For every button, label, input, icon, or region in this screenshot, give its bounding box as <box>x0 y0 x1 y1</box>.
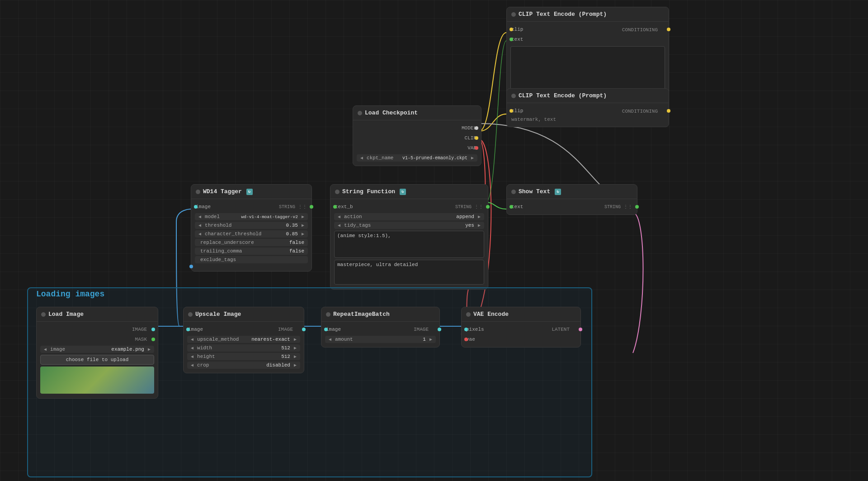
port-row-vae-pixels: pixels LATENT <box>462 324 580 334</box>
char-threshold-value: 0.85 <box>286 231 300 237</box>
strfn-tidytags-control[interactable]: ◀ tidy_tags yes ▶ <box>334 222 484 229</box>
node-title-strfn: String Function <box>342 188 395 195</box>
showtext-icon: ↻ <box>555 189 561 195</box>
node-title-vae: VAE Encode <box>473 311 509 318</box>
port-label-upscale-image: image <box>188 327 203 332</box>
height-label: height <box>195 354 281 359</box>
port-dot-vae-vae-in <box>464 338 468 341</box>
port-row-vae-out: VAE <box>353 143 481 153</box>
upscale-method-right[interactable]: ▶ <box>292 337 298 342</box>
upscale-crop-control[interactable]: ◀ crop disabled ▶ <box>187 362 300 369</box>
port-row-wd14-image: image STRING ⋮⋮ <box>191 202 311 212</box>
wd14-model-control[interactable]: ◀ model wd-v1-4-moat-tagger-v2 ▶ <box>195 213 308 220</box>
port-label-strfn-textb: text_b <box>335 204 353 210</box>
wd14-trailing-comma-control[interactable]: trailing_comma false <box>195 248 308 255</box>
wd14-threshold-control[interactable]: ◀ threshold 0.35 ▶ <box>195 222 308 229</box>
loadimage-file-control[interactable]: ◀ image example.png ▶ <box>40 346 154 353</box>
wd14-bottom-port <box>191 265 311 268</box>
action-arrow-right[interactable]: ▶ <box>476 214 482 219</box>
repeat-image-batch-node: RepeatImageBatch image IMAGE ◀ amount 1 … <box>321 307 440 348</box>
node-status-dot <box>511 12 516 17</box>
width-label: width <box>195 345 281 351</box>
node-status-dot2 <box>511 94 516 98</box>
group-label: Loading images <box>33 288 108 300</box>
ckpt-arrow-right[interactable]: ▶ <box>469 155 476 161</box>
port-label-vae-pixels: pixels <box>466 327 484 332</box>
choose-file-button[interactable]: choose file to upload <box>40 355 154 365</box>
tidytags-label: tidy_tags <box>342 223 465 228</box>
port-dot-upscale-image-in <box>186 328 190 331</box>
port-dot-wd14-image <box>194 205 198 209</box>
port-dot-wd14-bottom <box>189 265 193 268</box>
repeat-image-out-label: IMAGE <box>414 327 435 332</box>
wd14-exclude-tags-control[interactable]: exclude_tags <box>195 256 308 263</box>
vae-latent-out-label: LATENT <box>552 327 576 332</box>
amount-arrow-right[interactable]: ▶ <box>428 337 434 342</box>
node-title-showtext: Show Text <box>519 188 550 195</box>
strfn-action-control[interactable]: ◀ action append ▶ <box>334 213 484 220</box>
width-arrow-right[interactable]: ▶ <box>292 345 298 351</box>
width-arrow-left[interactable]: ◀ <box>189 345 195 351</box>
port-dot-strfn-textb <box>333 205 337 209</box>
action-arrow-left[interactable]: ◀ <box>336 214 342 219</box>
tidytags-arrow-left[interactable]: ◀ <box>336 223 342 228</box>
node-body-showtext: text STRING ⋮⋮ <box>507 199 637 214</box>
port-label-wd14-image: image <box>196 204 211 210</box>
width-value: 512 <box>281 345 292 351</box>
model-arrow-right[interactable]: ▶ <box>300 214 306 219</box>
port-dot-vae-latent-out <box>579 328 582 331</box>
tidytags-arrow-right[interactable]: ▶ <box>476 223 482 228</box>
wd14-replace-underscore-control[interactable]: replace_underscore false <box>195 239 308 246</box>
crop-arrow-right[interactable]: ▶ <box>292 362 298 368</box>
char-threshold-arrow-right[interactable]: ▶ <box>300 231 306 237</box>
height-arrow-left[interactable]: ◀ <box>189 354 195 359</box>
upscale-method-control[interactable]: ◀ upscale_method nearest-exact ▶ <box>187 336 300 343</box>
model-arrow-left[interactable]: ◀ <box>197 214 203 219</box>
vae-encode-node: VAE Encode pixels LATENT vae <box>461 307 581 348</box>
threshold-arrow-left[interactable]: ◀ <box>197 223 203 228</box>
node-header-upscale: Upscale Image <box>184 307 304 322</box>
string-function-node: String Function ↻ text_b STRING ⋮⋮ ◀ act… <box>330 184 488 290</box>
crop-arrow-left[interactable]: ◀ <box>189 362 195 368</box>
strfn-text2: masterpiece, ultra detailed <box>337 262 418 267</box>
port-dot-conditioning-out2 <box>667 109 670 113</box>
upscale-image-out-label: IMAGE <box>278 327 299 332</box>
node-header-clip1: CLIP Text Encode (Prompt) <box>507 7 669 22</box>
wd14-char-threshold-control[interactable]: ◀ character_threshold 0.85 ▶ <box>195 230 308 238</box>
image-arrow-right[interactable]: ▶ <box>146 347 152 352</box>
port-row-model: MODEL <box>353 123 481 133</box>
port-row-loadimage-image: IMAGE <box>37 324 158 334</box>
node-title-clip1: CLIP Text Encode (Prompt) <box>519 11 607 18</box>
amount-arrow-left[interactable]: ◀ <box>327 337 333 342</box>
port-dot-clip-out <box>475 136 478 140</box>
conditioning-out-label: CONDITIONING <box>622 26 664 33</box>
height-arrow-right[interactable]: ▶ <box>292 354 298 359</box>
port-row-text: text <box>507 34 669 44</box>
action-label: action <box>342 214 456 219</box>
node-status-dot-upscale <box>188 312 193 317</box>
crop-value: disabled <box>266 362 292 368</box>
showtext-string-out-label: STRING ⋮⋮ <box>604 204 632 210</box>
repeat-amount-control[interactable]: ◀ amount 1 ▶ <box>325 336 436 343</box>
show-text-node: Show Text ↻ text STRING ⋮⋮ <box>506 184 637 215</box>
strfn-string-out-label: STRING ⋮⋮ <box>455 204 483 210</box>
port-dot-loadimage-mask <box>151 338 155 341</box>
char-threshold-arrow-left[interactable]: ◀ <box>197 231 203 237</box>
node-header-strfn: String Function ↻ <box>330 185 488 199</box>
strfn-text1: (anime style:1.5), <box>337 233 391 238</box>
trailing-comma-label: trailing_comma <box>197 248 289 254</box>
threshold-arrow-right[interactable]: ▶ <box>300 223 306 228</box>
upscale-height-control[interactable]: ◀ height 512 ▶ <box>187 353 300 360</box>
port-dot-loadimage-image <box>151 328 155 331</box>
node-title-clip2: CLIP Text Encode (Prompt) <box>519 92 607 99</box>
port-row-strfn-textb: text_b STRING ⋮⋮ <box>330 202 488 212</box>
upscale-width-control[interactable]: ◀ width 512 ▶ <box>187 344 300 352</box>
port-dot-showtext-string-out <box>635 205 639 209</box>
char-threshold-label: character_threshold <box>203 231 286 237</box>
ckpt-control-row[interactable]: ◀ ckpt_name v1-5-pruned-emaonly.ckpt ▶ <box>357 154 477 162</box>
ckpt-arrow-left[interactable]: ◀ <box>359 155 365 161</box>
upscale-method-left[interactable]: ◀ <box>189 337 195 342</box>
upscale-method-value: nearest-exact <box>251 337 292 342</box>
image-arrow-left[interactable]: ◀ <box>42 347 48 352</box>
node-body-checkpoint: MODEL CLIP VAE ◀ ckpt_name v1-5-pruned-e… <box>353 120 481 166</box>
